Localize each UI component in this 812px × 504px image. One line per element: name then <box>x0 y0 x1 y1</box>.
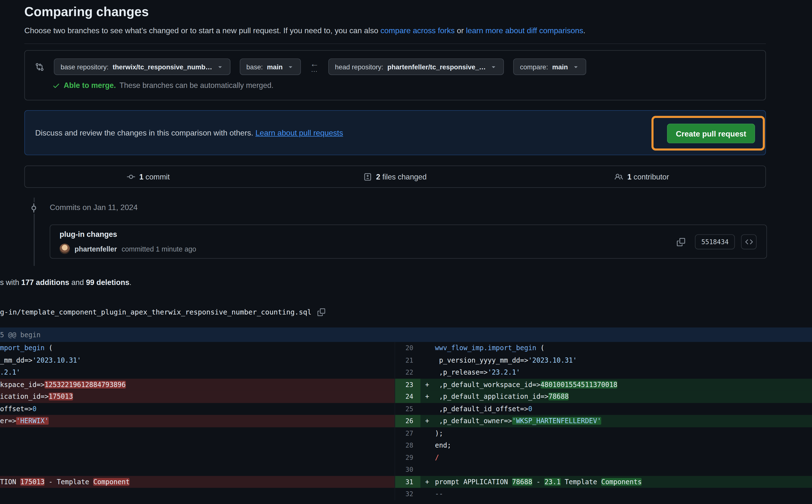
diff-right-code: end; <box>420 439 812 451</box>
diff-left-code: kspace_id=>12532219612884793896 <box>0 378 395 391</box>
diff-right-code: + ,p_default_workspace_id=>4801001554511… <box>420 378 812 391</box>
diff-right-code: + ,p_default_application_id=>78688 <box>420 391 812 403</box>
diff-left-code: offset=>0 <box>0 403 395 415</box>
compare-branch-select[interactable]: compare: main <box>513 58 586 75</box>
git-commit-dot-icon <box>29 202 38 214</box>
diff-right-code: wwv_flow_imp.import_begin ( <box>420 342 812 354</box>
header-divider <box>24 43 766 44</box>
diff-row: ication_id=>17501324+ ,p_default_applica… <box>0 391 812 403</box>
diff-line-number: 26 <box>395 415 420 427</box>
diff-right-code: +prompt APPLICATION 78688 - 23.1 Templat… <box>420 476 812 488</box>
diff-left-code: ication_id=>175013 <box>0 391 395 403</box>
diff-line-number: 20 <box>395 342 420 354</box>
additions-count: 177 additions <box>21 278 69 287</box>
banner-text: Discuss and review the changes in this c… <box>35 128 343 137</box>
diff-line-number: 25 <box>395 403 420 415</box>
diff-line-number: 21 <box>395 354 420 366</box>
diff-line-number: 31 <box>395 476 420 488</box>
git-compare-icon <box>35 63 44 73</box>
range-direction-indicator: ← … <box>310 61 319 73</box>
diff-rows: mport_begin (20wwv_flow_imp.import_begin… <box>0 342 812 500</box>
code-icon <box>745 238 753 246</box>
pull-request-banner: Discuss and review the changes in this c… <box>24 110 766 155</box>
diff-row: mport_begin (20wwv_flow_imp.import_begin… <box>0 342 812 354</box>
commit-title-link[interactable]: plug-in changes <box>60 230 117 239</box>
diff-row: _mm_dd=>'2023.10.31'21 p_version_yyyy_mm… <box>0 354 812 366</box>
commit-card: plug-in changes phartenfeller committed … <box>50 224 767 259</box>
avatar[interactable] <box>60 244 70 254</box>
diff-right-code: + ,p_default_owner=>'WKSP_HARTENFELLERDE… <box>420 415 812 427</box>
diff-left-code <box>0 427 395 439</box>
base-repository-select[interactable]: base repository: therwix/tc_responsive_n… <box>54 58 230 75</box>
compare-across-forks-link[interactable]: compare across forks <box>380 26 455 35</box>
file-header: g-in/template_component_plugin_apex_ther… <box>0 308 325 316</box>
diff-row: .2.1'22 ,p_release=>'23.2.1' <box>0 366 812 378</box>
diff-line-number: 30 <box>395 463 420 476</box>
diff-right-code: ,p_release=>'23.2.1' <box>420 366 812 378</box>
diff-right-code: ,p_default_id_offset=>0 <box>420 403 812 415</box>
commit-sha[interactable]: 5518434 <box>695 234 735 249</box>
head-repository-select[interactable]: head repository: phartenfeller/tc_respon… <box>328 58 504 75</box>
diff-right-code: / <box>420 451 812 463</box>
diff-row: 29/ <box>0 451 812 463</box>
hunk-header: 5 @@ begin <box>0 327 812 342</box>
diff-comparisons-link[interactable]: learn more about diff comparisons <box>466 26 583 35</box>
copy-sha-button[interactable] <box>674 234 689 249</box>
copy-icon <box>318 308 326 316</box>
merge-status-text: These branches can be automatically merg… <box>119 81 274 90</box>
diff-line-number: 32 <box>395 488 420 500</box>
diff-left-code <box>0 488 395 500</box>
diff-row: 32-- <box>0 488 812 500</box>
diff-line-number: 24 <box>395 391 420 403</box>
commit-meta: phartenfeller committed 1 minute ago <box>60 244 196 254</box>
check-icon <box>52 82 60 89</box>
diff-line-number: 28 <box>395 439 420 451</box>
file-name-link[interactable]: g-in/template_component_plugin_apex_ther… <box>0 308 311 316</box>
diff-summary: s with 177 additions and 99 deletions. <box>0 278 131 287</box>
diff-row: 30 <box>0 463 812 476</box>
commits-date-heading: Commits on Jan 11, 2024 <box>50 203 138 211</box>
create-pull-request-button[interactable]: Create pull request <box>667 124 755 143</box>
merge-status: Able to merge. These branches can be aut… <box>52 81 274 90</box>
git-commit-icon <box>127 173 135 181</box>
diff-right-code: -- <box>420 488 812 500</box>
copy-file-path-button[interactable] <box>318 308 326 316</box>
people-icon <box>615 173 623 181</box>
base-branch-select[interactable]: base: main <box>240 58 301 75</box>
file-diff-icon <box>364 173 372 181</box>
diff-line-number: 27 <box>395 427 420 439</box>
contributors-stat[interactable]: 1 contributor <box>518 173 765 181</box>
diff-line-number: 22 <box>395 366 420 378</box>
diff-row: TION 175013 - Template Component31+promp… <box>0 476 812 488</box>
browse-code-button[interactable] <box>741 234 757 249</box>
range-dots: … <box>311 66 318 73</box>
triangle-down-icon <box>572 63 579 70</box>
diff-row: offset=>025 ,p_default_id_offset=>0 <box>0 403 812 415</box>
diff-row: 28end; <box>0 439 812 451</box>
diff-line-number: 23 <box>395 378 420 391</box>
triangle-down-icon <box>216 63 224 70</box>
diff-line-number: 29 <box>395 451 420 463</box>
branch-range-box: base repository: therwix/tc_responsive_n… <box>24 50 766 101</box>
diff-left-code <box>0 451 395 463</box>
commit-controls: 5518434 <box>674 234 757 249</box>
diff-left-code: .2.1' <box>0 366 395 378</box>
commits-stat[interactable]: 1 commit <box>25 173 272 181</box>
diff-left-code: _mm_dd=>'2023.10.31' <box>0 354 395 366</box>
diff-row: 27); <box>0 427 812 439</box>
diff-table: 5 @@ begin mport_begin (20wwv_flow_imp.i… <box>0 327 812 500</box>
comparison-stats-bar: 1 commit 2 files changed 1 contributor <box>24 166 766 188</box>
diff-left-code: er=>'HERWIX' <box>0 415 395 427</box>
files-changed-stat[interactable]: 2 files changed <box>272 173 519 181</box>
branch-selectors: base repository: therwix/tc_responsive_n… <box>54 58 586 75</box>
diff-left-code <box>0 463 395 476</box>
page-subtitle: Choose two branches to see what’s change… <box>24 26 585 35</box>
compare-page: Comparing changes Choose two branches to… <box>0 0 812 504</box>
diff-row: kspace_id=>1253221961288479389623+ ,p_de… <box>0 378 812 391</box>
diff-left-code: TION 175013 - Template Component <box>0 476 395 488</box>
deletions-count: 99 deletions <box>86 278 129 287</box>
commit-author-link[interactable]: phartenfeller <box>74 245 117 253</box>
diff-right-code: ); <box>420 427 812 439</box>
learn-about-pull-requests-link[interactable]: Learn about pull requests <box>256 128 343 137</box>
diff-left-code: mport_begin ( <box>0 342 395 354</box>
